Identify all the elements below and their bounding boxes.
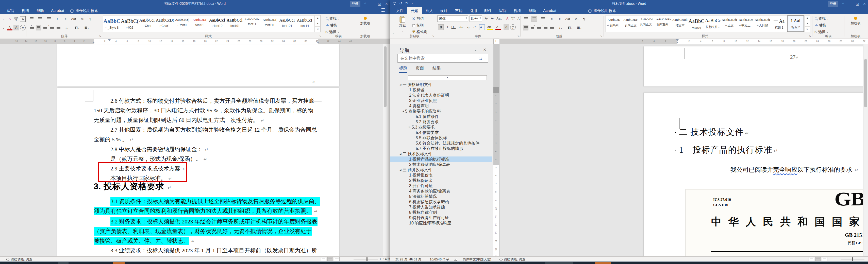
style-entry[interactable]: AaBbCcD ↵表内列... [606, 15, 622, 32]
strikethrough-icon[interactable]: abc [458, 24, 464, 30]
expand-collapse-icon[interactable]: ◢ [399, 82, 403, 87]
nav-heading-item[interactable]: ▷ 5.3 业绩要求 [390, 125, 492, 130]
shrink-font-icon[interactable]: A˅ [490, 16, 495, 21]
document-canvas-right[interactable]: 27 ▪二 技术投标文件 ▪1 投标产品的执行标准 我公司已阅读并完全响应以下执… [499, 44, 863, 256]
distribute-icon[interactable] [56, 25, 61, 30]
page-previous-bottom[interactable]: ↵ [57, 44, 339, 87]
page-28[interactable]: ▪二 技术投标文件 ▪1 投标产品的执行标准 我公司已阅读并完全响应以下执行标准… [644, 93, 863, 256]
close-button[interactable]: ✕ [384, 2, 389, 6]
style-entry[interactable]: AaBbCcDdI 纯文本 [672, 15, 688, 32]
scrollbar-thumb[interactable] [384, 46, 386, 107]
nav-tab[interactable]: 结果 [432, 66, 441, 73]
paragraph-dialog-launcher-icon[interactable]: ⇘ [99, 34, 101, 38]
italic-icon[interactable]: I [445, 24, 450, 30]
heading-section[interactable]: ▪二 技术投标文件 [675, 127, 749, 138]
expand-collapse-icon[interactable] [405, 189, 409, 194]
font-name-combobox[interactable]: 宋体▾ [437, 15, 468, 22]
phonetic-guide-icon[interactable]: wén文 [13, 16, 19, 22]
styles-dialog-launcher-icon[interactable]: ⇘ [809, 34, 811, 38]
align-right-icon[interactable] [42, 25, 48, 30]
expand-collapse-icon[interactable] [405, 98, 409, 103]
print-layout-icon[interactable] [815, 257, 821, 261]
style-entry[interactable]: AaBbCcD( font01 [191, 15, 208, 32]
expand-collapse-icon[interactable] [405, 172, 409, 178]
select-button[interactable]: ▷ 选择⌄ [326, 30, 339, 34]
style-entry[interactable]: AaBbCcDdI ↵无间隔 [754, 15, 771, 32]
expand-collapse-icon[interactable] [412, 130, 416, 135]
restore-button[interactable]: ◱ [855, 2, 860, 6]
expand-collapse-icon[interactable] [412, 135, 416, 140]
expand-collapse-icon[interactable] [405, 204, 409, 210]
addin-dot-icon[interactable] [854, 17, 857, 20]
font-dropdown-icon[interactable]: ⌄ [1, 16, 6, 22]
print-layout-icon[interactable] [328, 257, 333, 261]
document-line[interactable]: 150 天后启动付款程序，30 日内电汇方式付款 95 %，余款作为质保金。质保… [94, 107, 313, 114]
minimize-button[interactable]: — [370, 2, 375, 6]
zoom-slider-handle[interactable] [852, 257, 853, 261]
styles-dialog-launcher-icon[interactable]: ⇘ [319, 34, 321, 38]
nav-heading-item[interactable]: 5.5 非联合体投标 [390, 135, 492, 140]
asian-layout-icon[interactable]: A⇄ [565, 16, 570, 22]
zoom-in-button[interactable]: + [379, 257, 381, 261]
addins-button[interactable]: 加载项 [359, 21, 371, 25]
nav-heading-item[interactable]: 5.6 符合法律、法规规定的其他条件 [390, 140, 492, 146]
style-entry[interactable]: AaBbCcD( font111 [261, 15, 278, 32]
nav-heading-item[interactable]: 3 企业营业执照 [390, 98, 492, 103]
document-line[interactable]: 2.7 其他因素：质保期为自买方收到货物并验收合格之日起 12 个月。质保金为合… [94, 126, 317, 133]
expand-collapse-icon[interactable] [412, 140, 416, 146]
show-marks-icon[interactable]: ¶ [581, 16, 587, 22]
nav-heading-item[interactable]: 2 法定代表人身份证明 [390, 93, 492, 98]
taskbar-app-active[interactable] [113, 262, 125, 264]
document-line[interactable]: 3.1 资质条件：投标人须为有能力提供上述全部招标货物及售后服务等过程的供应商。 [94, 198, 320, 205]
heading-subsection[interactable]: ▪1 投标产品的执行标准 [675, 144, 778, 156]
expand-collapse-icon[interactable] [405, 162, 409, 167]
format-painter-button[interactable]: 格式刷 [412, 30, 427, 34]
nav-heading-item[interactable]: ◢ 三 商务投标文件 [390, 167, 492, 172]
first-line-indent-marker[interactable] [676, 39, 679, 41]
nav-heading-item[interactable]: 4 商务条款响应/偏离表 [390, 189, 492, 194]
expand-collapse-icon[interactable] [405, 210, 409, 215]
font-color-icon[interactable]: A [7, 25, 12, 30]
multilevel-list-icon[interactable]: ⌄ [46, 16, 52, 22]
document-line[interactable]: 金额的 5 % 。 [94, 136, 133, 143]
ribbon-tab[interactable]: 邮件 [481, 7, 495, 14]
nav-heading-item[interactable]: 2 投标保证金 [390, 178, 492, 183]
align-center-icon[interactable] [529, 25, 535, 30]
ribbon-tab[interactable]: Acrobat [539, 7, 560, 14]
document-line[interactable]: （资产负债表、利润表、现金流量表），财务状况良好，无资不抵债情况，企业没有处于 [94, 228, 312, 235]
vertical-ruler[interactable]: 432112345678910111213141516 [493, 44, 499, 256]
character-border-icon[interactable]: A [20, 16, 26, 22]
show-marks-icon[interactable]: ¶ [88, 16, 93, 22]
comments-icon[interactable] [381, 8, 385, 12]
addin-dot-icon[interactable] [364, 17, 367, 20]
style-entry[interactable]: AaBbCcI ↵Char [138, 15, 156, 32]
increase-indent-icon[interactable]: ⇥ [62, 16, 68, 22]
decrease-indent-icon[interactable]: ⇤ [56, 16, 61, 22]
cut-button[interactable]: 剪切 [412, 16, 424, 21]
nav-heading-item[interactable]: 3 开户许可证 [390, 183, 492, 189]
expand-collapse-icon[interactable]: ◢ [401, 108, 405, 114]
expand-collapse-icon[interactable] [405, 157, 409, 162]
taskbar-app-active[interactable] [595, 262, 611, 264]
tab-help[interactable]: 帮助 [33, 7, 48, 14]
ribbon-tab[interactable]: 开始 [407, 7, 422, 14]
align-center-icon[interactable] [36, 25, 41, 30]
document-line[interactable]: 2.6 付款方式：标的物交付并验收合格后，卖方开具全额增值税专用发票，买方挂账 [94, 97, 314, 104]
nav-heading-item[interactable]: 7 投标人告知承诺函 [390, 204, 492, 210]
titlebar-left[interactable]: 招标文件-2025年电料项目.docx - Word 登录 ⌃ — ◱ ✕ [0, 0, 390, 7]
underline-icon[interactable]: U⌄ [451, 24, 456, 30]
scrollbar-thumb[interactable] [864, 59, 867, 107]
style-entry[interactable]: AaBbCcDdEe 表内左两... [655, 15, 672, 32]
expand-collapse-icon[interactable] [405, 183, 409, 189]
line-spacing-icon[interactable]: ↕⌄ [558, 25, 563, 30]
nav-heading-item[interactable]: 1 投标报价表 [390, 172, 492, 178]
enclose-characters-icon[interactable]: 字 [20, 25, 26, 30]
document-line[interactable]: 无质量问题，质量保证期限到达后 60 日内以电汇方式一次性付清。 [94, 117, 264, 124]
clear-format-icon[interactable]: A [504, 16, 510, 21]
tab-view[interactable]: 视图 [18, 7, 33, 14]
document-line[interactable]: 2.8 中标人是否需要缴纳履约保证金： [94, 146, 208, 154]
read-mode-icon[interactable] [321, 257, 327, 261]
ribbon-tab[interactable]: 设计 [437, 7, 451, 14]
style-entry[interactable]: 一 Aa 标题 1 [771, 15, 787, 32]
nav-jump-top-button[interactable]: ▲ [408, 75, 487, 80]
